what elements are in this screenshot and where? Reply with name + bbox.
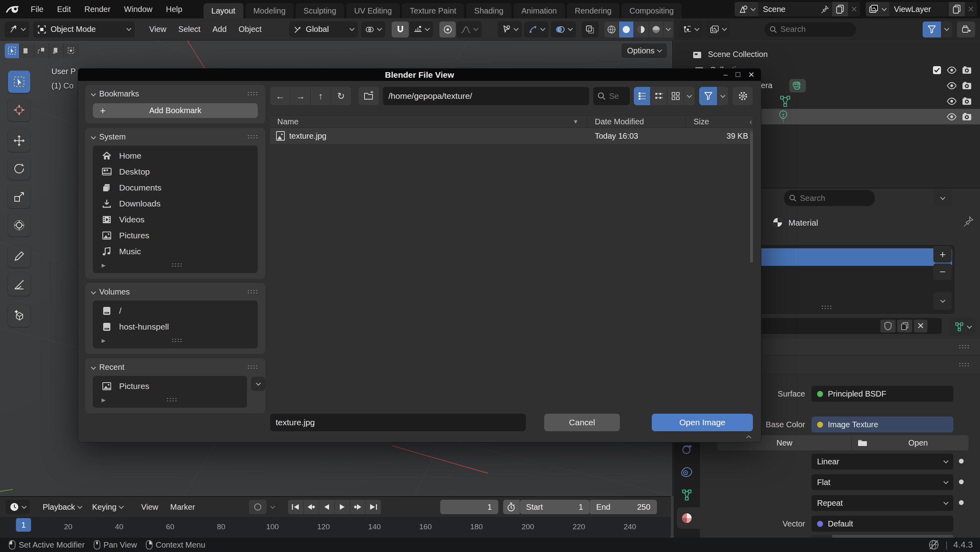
xray-toggle[interactable]	[582, 22, 599, 37]
hide-viewport-icon[interactable]	[947, 112, 957, 121]
auto-keying-toggle[interactable]	[249, 500, 267, 514]
scene-name[interactable]: Scene	[758, 2, 818, 16]
file-search[interactable]: Se	[593, 87, 630, 105]
extension-dropdown[interactable]: Repeat	[811, 495, 953, 511]
keying-menu[interactable]: Keying	[88, 500, 127, 514]
unlink-scene-button[interactable]: ✕	[848, 2, 860, 16]
snap-toggle[interactable]	[392, 22, 409, 37]
tab-rendering[interactable]: Rendering	[567, 3, 619, 18]
tab-material-icon[interactable]	[678, 509, 696, 527]
resize-grip[interactable]	[171, 338, 183, 343]
open-image-button[interactable]: Open Image	[652, 414, 753, 431]
resize-grip[interactable]	[821, 305, 833, 310]
drag-grip[interactable]	[247, 289, 259, 295]
select-box-button[interactable]	[20, 43, 34, 58]
tab-modeling[interactable]: Modeling	[245, 3, 294, 18]
outliner-display-mode-button[interactable]	[679, 22, 703, 37]
properties-search[interactable]	[784, 190, 875, 206]
vector-value-button[interactable]: Default	[811, 516, 953, 532]
sidebar-item-desktop[interactable]: Desktop	[93, 164, 258, 180]
back-button[interactable]: ←	[270, 87, 290, 105]
menu-window[interactable]: Window	[117, 0, 159, 18]
tool-transform[interactable]	[8, 214, 30, 236]
camera-data-icon[interactable]	[789, 79, 806, 92]
thumbnail-button[interactable]	[667, 87, 684, 105]
cancel-button[interactable]: Cancel	[544, 414, 620, 431]
drag-grip[interactable]	[247, 91, 259, 96]
menu-object[interactable]: Object	[233, 25, 268, 34]
drag-grip[interactable]	[247, 134, 259, 139]
copy-material-icon[interactable]	[897, 320, 912, 332]
scrollbar[interactable]	[750, 131, 753, 263]
outliner-filter-source-button[interactable]	[706, 22, 730, 37]
drag-grip[interactable]	[958, 362, 970, 367]
path-field[interactable]	[383, 87, 589, 105]
display-options-button[interactable]	[684, 87, 695, 105]
properties-search-input[interactable]	[800, 194, 856, 203]
drag-grip[interactable]	[247, 365, 259, 370]
previous-keyframe-button[interactable]	[304, 500, 319, 514]
outliner-search[interactable]	[764, 22, 856, 37]
system-panel-header[interactable]: System	[85, 128, 265, 145]
add-slot-button[interactable]: +	[933, 246, 952, 263]
add-bookmark-button[interactable]: + Add Bookmark	[93, 103, 258, 118]
select-circle-button[interactable]	[34, 43, 49, 58]
minimize-button[interactable]: –	[723, 70, 728, 79]
menu-file[interactable]: File	[24, 0, 50, 18]
pin-scene-icon[interactable]	[818, 2, 832, 16]
disable-render-icon[interactable]	[962, 81, 972, 90]
transform-orientation[interactable]: Global	[289, 22, 358, 37]
editor-type-button[interactable]	[5, 22, 29, 37]
tab-layout[interactable]: Layout	[204, 3, 243, 18]
filename-field[interactable]	[270, 414, 526, 431]
jump-to-end-button[interactable]	[366, 500, 381, 514]
new-collection-button[interactable]	[957, 22, 975, 37]
tab-sculpting[interactable]: Sculpting	[296, 3, 344, 18]
blender-logo-icon[interactable]	[6, 3, 20, 15]
hide-viewport-icon[interactable]	[947, 81, 957, 90]
base-color-value-button[interactable]: Image Texture	[811, 416, 953, 432]
shading-wireframe-button[interactable]	[604, 22, 619, 37]
auto-keying-options-button[interactable]	[267, 500, 278, 514]
timeline-marker-menu[interactable]: Marker	[164, 503, 201, 512]
sidebar-item-host-hunspell[interactable]: host-hunspell	[93, 319, 258, 335]
maximize-button[interactable]: □	[736, 70, 740, 79]
hide-viewport-icon[interactable]	[947, 97, 957, 106]
show-overlays-button[interactable]	[551, 22, 576, 37]
viewlayer-name[interactable]: ViewLayer	[889, 2, 949, 16]
close-button[interactable]: ✕	[748, 70, 755, 79]
tool-add-primitive[interactable]	[8, 304, 30, 327]
timeline-editor-type-button[interactable]	[6, 500, 30, 514]
snap-target-button[interactable]	[410, 22, 433, 37]
proportional-editing-toggle[interactable]	[439, 22, 456, 37]
sidebar-item-home[interactable]: Home	[93, 148, 258, 164]
sidebar-item-videos[interactable]: Videos	[93, 212, 258, 228]
outliner-row-scene-collection[interactable]: Scene Collection	[674, 47, 980, 62]
horizontal-list-button[interactable]	[651, 87, 667, 105]
recent-panel-header[interactable]: Recent	[85, 358, 265, 376]
new-scene-button[interactable]	[832, 2, 848, 16]
vertical-list-button[interactable]	[634, 87, 651, 105]
new-viewlayer-button[interactable]	[949, 2, 965, 16]
filter-options-button[interactable]	[717, 87, 729, 105]
menu-view[interactable]: View	[143, 25, 172, 34]
create-directory-button[interactable]	[359, 87, 379, 105]
mode-selector[interactable]: Object Mode	[33, 22, 135, 37]
next-keyframe-button[interactable]	[350, 500, 366, 514]
tab-shading[interactable]: Shading	[466, 3, 511, 18]
outliner-search-input[interactable]	[780, 25, 836, 34]
expand-triangle[interactable]: ▶	[102, 338, 106, 344]
bookmarks-panel-header[interactable]: Bookmarks	[85, 85, 265, 102]
filter-toggle[interactable]	[699, 87, 717, 105]
frame-end-field[interactable]: End250	[590, 500, 657, 514]
pin-icon[interactable]	[963, 216, 974, 227]
menu-render[interactable]: Render	[78, 0, 118, 18]
settings-button[interactable]	[733, 87, 753, 105]
interpolation-dropdown[interactable]: Linear	[811, 454, 953, 469]
select-paint-button[interactable]	[64, 43, 78, 58]
sidebar-item-recent-pictures[interactable]: Pictures	[93, 378, 247, 394]
timeline-ruler[interactable]: 20 40 60 80 100 120 140 160 180 200 220 …	[0, 517, 671, 538]
show-gizmo-button[interactable]	[524, 22, 549, 37]
resize-grip[interactable]	[166, 397, 178, 403]
proportional-falloff-button[interactable]	[457, 22, 482, 37]
